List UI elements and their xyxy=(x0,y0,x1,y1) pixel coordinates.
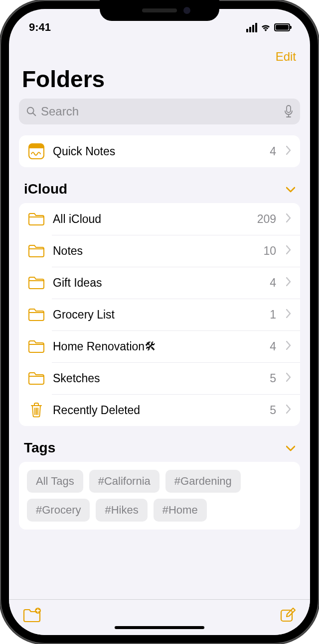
chevron-down-icon xyxy=(286,184,295,195)
folder-row[interactable]: Gift Ideas4 xyxy=(19,267,300,299)
folder-label: All iCloud xyxy=(53,213,249,226)
svg-rect-5 xyxy=(29,147,44,148)
folder-count: 209 xyxy=(257,213,276,226)
new-folder-button[interactable] xyxy=(23,607,42,625)
search-placeholder: Search xyxy=(41,105,280,118)
folder-count: 5 xyxy=(270,404,276,417)
device-frame: 9:41 Edit Folders Search xyxy=(0,0,319,644)
tag-chip[interactable]: All Tags xyxy=(27,470,83,493)
folder-icon xyxy=(28,307,45,322)
folder-icon xyxy=(28,212,45,226)
tag-chip[interactable]: #Hikes xyxy=(96,499,147,522)
folder-label: Recently Deleted xyxy=(53,404,262,417)
wifi-icon xyxy=(260,23,271,31)
folder-count: 5 xyxy=(270,372,276,385)
folder-count: 10 xyxy=(263,244,276,258)
chevron-right-icon xyxy=(286,214,291,225)
battery-icon xyxy=(274,23,290,31)
front-camera xyxy=(183,7,190,14)
folder-row[interactable]: Recently Deleted5 xyxy=(19,394,300,426)
microphone-icon[interactable] xyxy=(284,105,293,118)
quick-notes-label: Quick Notes xyxy=(53,145,262,158)
tag-chip[interactable]: #Gardening xyxy=(165,470,241,493)
folder-label: Home Renovation🛠 xyxy=(53,340,262,353)
search-field[interactable]: Search xyxy=(19,99,300,124)
folder-icon xyxy=(28,371,45,386)
speaker xyxy=(142,8,177,12)
screen: 9:41 Edit Folders Search xyxy=(9,9,310,635)
chevron-down-icon xyxy=(286,442,295,454)
folder-row[interactable]: Notes10 xyxy=(19,235,300,267)
svg-line-1 xyxy=(33,113,35,115)
chevron-right-icon xyxy=(286,245,291,257)
chevron-right-icon xyxy=(286,405,291,416)
icloud-section-title: iCloud xyxy=(24,181,67,197)
tags-list: All Tags#California#Gardening#Grocery#Hi… xyxy=(19,462,300,530)
home-indicator[interactable] xyxy=(115,626,204,629)
quick-notes-count: 4 xyxy=(270,145,276,158)
content-scroll[interactable]: Folders Search Quick Notes 4 xyxy=(9,66,310,599)
folder-count: 4 xyxy=(270,276,276,290)
folder-icon xyxy=(28,275,45,290)
tags-section-title: Tags xyxy=(24,440,55,456)
tag-chip[interactable]: #Home xyxy=(154,499,207,522)
quick-notes-row[interactable]: Quick Notes 4 xyxy=(19,135,300,167)
tag-chip[interactable]: #California xyxy=(89,470,160,493)
folder-count: 1 xyxy=(270,308,276,322)
chevron-right-icon xyxy=(286,341,291,352)
search-icon xyxy=(26,106,37,117)
folder-count: 4 xyxy=(270,340,276,353)
svg-rect-2 xyxy=(287,106,291,112)
nav-bar: Edit xyxy=(9,42,310,66)
bottom-toolbar xyxy=(9,599,310,635)
compose-button[interactable] xyxy=(280,607,296,625)
edit-button[interactable]: Edit xyxy=(276,50,296,64)
folder-row[interactable]: All iCloud209 xyxy=(19,203,300,235)
status-time: 9:41 xyxy=(29,21,51,34)
tag-chip[interactable]: #Grocery xyxy=(27,499,90,522)
folder-row[interactable]: Home Renovation🛠4 xyxy=(19,330,300,362)
quick-notes-icon xyxy=(28,144,45,159)
folder-icon xyxy=(28,339,45,354)
cellular-signal-icon xyxy=(246,23,257,32)
chevron-right-icon xyxy=(286,309,291,321)
folder-row[interactable]: Sketches5 xyxy=(19,362,300,394)
notch xyxy=(100,0,219,21)
trash-icon xyxy=(28,403,45,418)
folder-label: Notes xyxy=(53,244,255,258)
folder-icon xyxy=(28,243,45,258)
folder-label: Sketches xyxy=(53,372,262,385)
folder-label: Grocery List xyxy=(53,308,262,322)
chevron-right-icon xyxy=(286,277,291,289)
status-indicators xyxy=(246,23,290,32)
page-title: Folders xyxy=(19,66,300,99)
tags-section-header[interactable]: Tags xyxy=(19,426,300,462)
icloud-folders-list: All iCloud209Notes10Gift Ideas4Grocery L… xyxy=(19,203,300,426)
chevron-right-icon xyxy=(286,373,291,384)
chevron-right-icon xyxy=(286,146,291,157)
icloud-section-header[interactable]: iCloud xyxy=(19,167,300,203)
folder-row[interactable]: Grocery List1 xyxy=(19,299,300,330)
quick-notes-card: Quick Notes 4 xyxy=(19,135,300,167)
folder-label: Gift Ideas xyxy=(53,276,262,290)
